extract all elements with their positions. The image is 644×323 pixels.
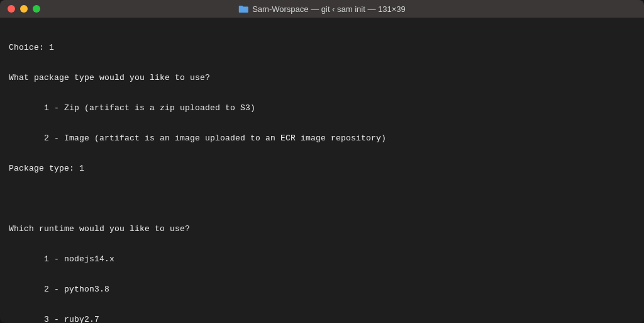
minimize-button[interactable] bbox=[20, 5, 28, 13]
title-bar: Sam-Worspace — git ‹ sam init — 131×39 bbox=[0, 0, 644, 18]
package-question: What package type would you like to use? bbox=[9, 73, 635, 83]
runtime-question: Which runtime would you like to use? bbox=[9, 224, 635, 234]
window-title: Sam-Worspace — git ‹ sam init — 131×39 bbox=[238, 4, 406, 14]
package-answer: Package type: 1 bbox=[9, 164, 635, 174]
package-option: 1 - Zip (artifact is a zip uploaded to S… bbox=[9, 103, 635, 113]
traffic-lights bbox=[8, 5, 40, 13]
runtime-option: 2 - python3.8 bbox=[9, 285, 635, 295]
folder-icon bbox=[238, 5, 248, 13]
close-button[interactable] bbox=[8, 5, 15, 13]
terminal-body[interactable]: Choice: 1 What package type would you li… bbox=[0, 18, 644, 323]
package-option: 2 - Image (artifact is an image uploaded… bbox=[9, 133, 635, 144]
choice-line: Choice: 1 bbox=[9, 43, 635, 53]
runtime-option: 1 - nodejs14.x bbox=[9, 254, 635, 264]
window-title-text: Sam-Worspace — git ‹ sam init — 131×39 bbox=[252, 4, 406, 14]
terminal-window: Sam-Worspace — git ‹ sam init — 131×39 C… bbox=[0, 0, 644, 323]
runtime-option: 3 - ruby2.7 bbox=[9, 315, 635, 323]
maximize-button[interactable] bbox=[33, 5, 40, 13]
blank-line bbox=[9, 194, 635, 204]
